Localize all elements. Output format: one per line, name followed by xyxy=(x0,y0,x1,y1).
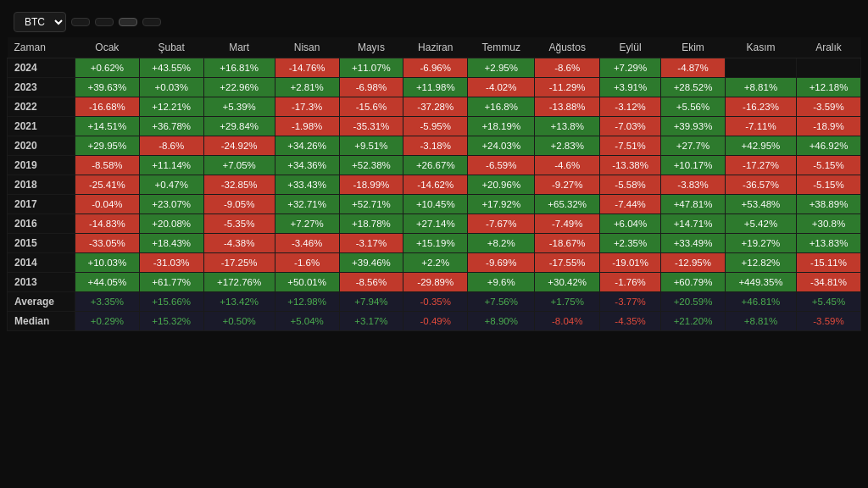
tab-quarterly[interactable] xyxy=(142,18,161,26)
return-cell: -14.76% xyxy=(275,58,339,78)
table-row: 2016-14.83%+20.08%-5.35%+7.27%+18.78%+27… xyxy=(8,214,861,234)
year-cell: 2024 xyxy=(8,58,75,78)
median-cell: +0.50% xyxy=(203,312,275,331)
return-cell: -4.87% xyxy=(661,58,726,78)
median-label: Median xyxy=(8,312,75,331)
median-cell: +8.81% xyxy=(725,312,796,331)
average-cell: +7.94% xyxy=(339,292,403,312)
return-cell: +30.8% xyxy=(797,214,861,234)
return-cell: +10.45% xyxy=(403,195,468,214)
asset-selector[interactable]: BTC xyxy=(14,12,66,32)
return-cell: +0.62% xyxy=(75,58,139,78)
return-cell: -7.44% xyxy=(600,195,661,214)
average-cell: +7.56% xyxy=(468,292,535,312)
median-cell: -8.04% xyxy=(535,312,600,331)
col-header-mart: Mart xyxy=(203,37,275,58)
tab-bar: BTC xyxy=(0,12,868,37)
return-cell: +39.93% xyxy=(661,117,726,136)
return-cell: +18.43% xyxy=(139,234,203,253)
return-cell: -3.83% xyxy=(661,175,726,195)
median-cell: +15.32% xyxy=(139,312,203,331)
return-cell: +60.79% xyxy=(661,273,726,292)
return-cell: -31.03% xyxy=(139,253,203,273)
return-cell: +19.27% xyxy=(725,234,796,253)
average-label: Average xyxy=(8,292,75,312)
year-cell: 2023 xyxy=(8,78,75,97)
col-header-zaman: Zaman xyxy=(8,37,75,58)
return-cell: -5.95% xyxy=(403,117,468,136)
col-header-ekim: Ekim xyxy=(661,37,726,58)
return-cell: +46.92% xyxy=(797,136,861,156)
return-cell: -15.11% xyxy=(797,253,861,273)
median-cell: +5.04% xyxy=(275,312,339,331)
return-cell: +65.32% xyxy=(535,195,600,214)
tab-monthly[interactable] xyxy=(119,18,137,26)
return-cell: -3.12% xyxy=(600,97,661,117)
return-cell: -7.67% xyxy=(468,214,535,234)
return-cell: -19.01% xyxy=(600,253,661,273)
return-cell: +18.19% xyxy=(468,117,535,136)
col-header-haziran: Haziran xyxy=(403,37,468,58)
table-row: 2019-8.58%+11.14%+7.05%+34.36%+52.38%+26… xyxy=(8,156,861,175)
average-cell: +12.98% xyxy=(275,292,339,312)
return-cell: +5.42% xyxy=(725,214,796,234)
return-cell: +2.81% xyxy=(275,78,339,97)
median-cell: -0.49% xyxy=(403,312,468,331)
return-cell: +30.42% xyxy=(535,273,600,292)
return-cell: +12.18% xyxy=(797,78,861,97)
return-cell: -34.81% xyxy=(797,273,861,292)
return-cell: +7.05% xyxy=(203,156,275,175)
year-cell: 2021 xyxy=(8,117,75,136)
return-cell: +44.05% xyxy=(75,273,139,292)
return-cell: +14.71% xyxy=(661,214,726,234)
return-cell: -3.17% xyxy=(339,234,403,253)
return-cell: -9.05% xyxy=(203,195,275,214)
year-cell: 2018 xyxy=(8,175,75,195)
return-cell: -5.35% xyxy=(203,214,275,234)
return-cell: +29.84% xyxy=(203,117,275,136)
average-cell: +15.66% xyxy=(139,292,203,312)
return-cell: -14.62% xyxy=(403,175,468,195)
median-cell: +3.17% xyxy=(339,312,403,331)
return-cell: +2.2% xyxy=(403,253,468,273)
table-row: 2015-33.05%+18.43%-4.38%-3.46%-3.17%+15.… xyxy=(8,234,861,253)
average-cell: +3.35% xyxy=(75,292,139,312)
table-row: 2017-0.04%+23.07%-9.05%+32.71%+52.71%+10… xyxy=(8,195,861,214)
return-cell: -7.51% xyxy=(600,136,661,156)
return-cell: +449.35% xyxy=(725,273,796,292)
return-cell: -6.98% xyxy=(339,78,403,97)
return-cell: +39.63% xyxy=(75,78,139,97)
return-cell: -17.55% xyxy=(535,253,600,273)
table-row: 2020+29.95%-8.6%-24.92%+34.26%+9.51%-3.1… xyxy=(8,136,861,156)
return-cell: -1.6% xyxy=(275,253,339,273)
return-cell: -17.3% xyxy=(275,97,339,117)
return-cell: +13.83% xyxy=(797,234,861,253)
table-row: 2021+14.51%+36.78%+29.84%-1.98%-35.31%-5… xyxy=(8,117,861,136)
tab-daily[interactable] xyxy=(71,18,90,26)
return-cell: +52.71% xyxy=(339,195,403,214)
col-header-nisan: Nisan xyxy=(275,37,339,58)
average-cell: +13.42% xyxy=(203,292,275,312)
return-cell: -6.59% xyxy=(468,156,535,175)
return-cell: -17.25% xyxy=(203,253,275,273)
col-header-ocak: Ocak xyxy=(75,37,139,58)
return-cell: -1.76% xyxy=(600,273,661,292)
return-cell: -0.04% xyxy=(75,195,139,214)
return-cell: -4.38% xyxy=(203,234,275,253)
return-cell: +8.2% xyxy=(468,234,535,253)
col-header-mayıs: Mayıs xyxy=(339,37,403,58)
year-cell: 2017 xyxy=(8,195,75,214)
tab-weekly[interactable] xyxy=(95,18,114,26)
return-cell: +16.81% xyxy=(203,58,275,78)
year-cell: 2016 xyxy=(8,214,75,234)
return-cell: +20.96% xyxy=(468,175,535,195)
col-header-eylül: Eylül xyxy=(600,37,661,58)
return-cell: -18.9% xyxy=(797,117,861,136)
return-cell: +9.6% xyxy=(468,273,535,292)
return-cell: -1.98% xyxy=(275,117,339,136)
table-row: 2023+39.63%+0.03%+22.96%+2.81%-6.98%+11.… xyxy=(8,78,861,97)
return-cell: +5.56% xyxy=(661,97,726,117)
return-cell: -24.92% xyxy=(203,136,275,156)
return-cell: +33.43% xyxy=(275,175,339,195)
return-cell: -7.03% xyxy=(600,117,661,136)
